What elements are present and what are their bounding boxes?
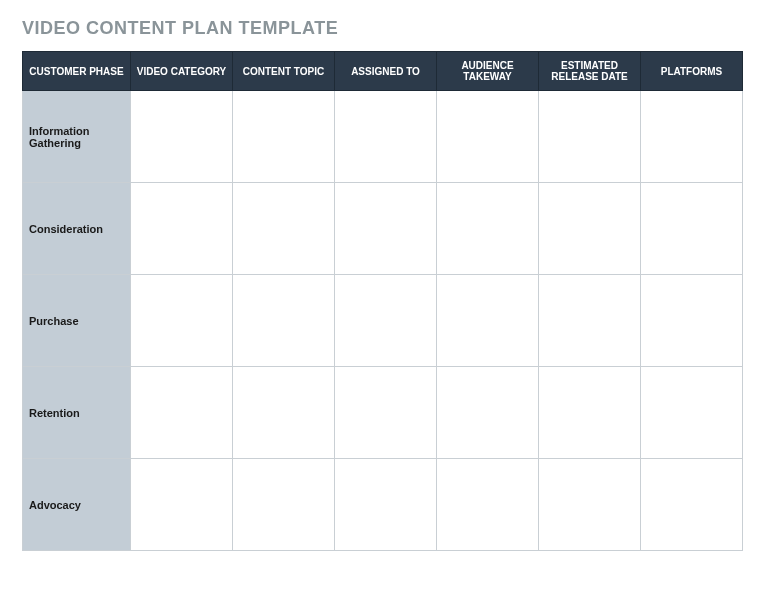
table-row: Information Gathering: [23, 91, 743, 183]
table-row: Consideration: [23, 183, 743, 275]
cell-release[interactable]: [539, 367, 641, 459]
cell-platforms[interactable]: [641, 91, 743, 183]
cell-assigned[interactable]: [335, 367, 437, 459]
col-header-release: ESTIMATED RELEASE DATE: [539, 52, 641, 91]
cell-category[interactable]: [131, 367, 233, 459]
phase-label: Information Gathering: [23, 91, 131, 183]
cell-platforms[interactable]: [641, 183, 743, 275]
cell-platforms[interactable]: [641, 459, 743, 551]
cell-takeaway[interactable]: [437, 91, 539, 183]
table-row: Advocacy: [23, 459, 743, 551]
phase-label: Advocacy: [23, 459, 131, 551]
col-header-takeaway: AUDIENCE TAKEWAY: [437, 52, 539, 91]
cell-assigned[interactable]: [335, 459, 437, 551]
content-plan-table: CUSTOMER PHASE VIDEO CATEGORY CONTENT TO…: [22, 51, 743, 551]
cell-platforms[interactable]: [641, 275, 743, 367]
cell-topic[interactable]: [233, 275, 335, 367]
table-row: Purchase: [23, 275, 743, 367]
cell-takeaway[interactable]: [437, 459, 539, 551]
cell-takeaway[interactable]: [437, 183, 539, 275]
page-title: VIDEO CONTENT PLAN TEMPLATE: [22, 18, 748, 39]
cell-release[interactable]: [539, 91, 641, 183]
col-header-platforms: PLATFORMS: [641, 52, 743, 91]
cell-assigned[interactable]: [335, 275, 437, 367]
cell-topic[interactable]: [233, 367, 335, 459]
col-header-topic: CONTENT TOPIC: [233, 52, 335, 91]
cell-topic[interactable]: [233, 459, 335, 551]
cell-topic[interactable]: [233, 91, 335, 183]
col-header-assigned: ASSIGNED TO: [335, 52, 437, 91]
table-row: Retention: [23, 367, 743, 459]
col-header-phase: CUSTOMER PHASE: [23, 52, 131, 91]
cell-category[interactable]: [131, 275, 233, 367]
cell-takeaway[interactable]: [437, 275, 539, 367]
phase-label: Retention: [23, 367, 131, 459]
col-header-category: VIDEO CATEGORY: [131, 52, 233, 91]
cell-category[interactable]: [131, 459, 233, 551]
phase-label: Purchase: [23, 275, 131, 367]
phase-label: Consideration: [23, 183, 131, 275]
cell-platforms[interactable]: [641, 367, 743, 459]
cell-assigned[interactable]: [335, 183, 437, 275]
cell-release[interactable]: [539, 459, 641, 551]
cell-takeaway[interactable]: [437, 367, 539, 459]
table-header-row: CUSTOMER PHASE VIDEO CATEGORY CONTENT TO…: [23, 52, 743, 91]
cell-release[interactable]: [539, 275, 641, 367]
cell-release[interactable]: [539, 183, 641, 275]
cell-assigned[interactable]: [335, 91, 437, 183]
cell-category[interactable]: [131, 183, 233, 275]
cell-category[interactable]: [131, 91, 233, 183]
cell-topic[interactable]: [233, 183, 335, 275]
